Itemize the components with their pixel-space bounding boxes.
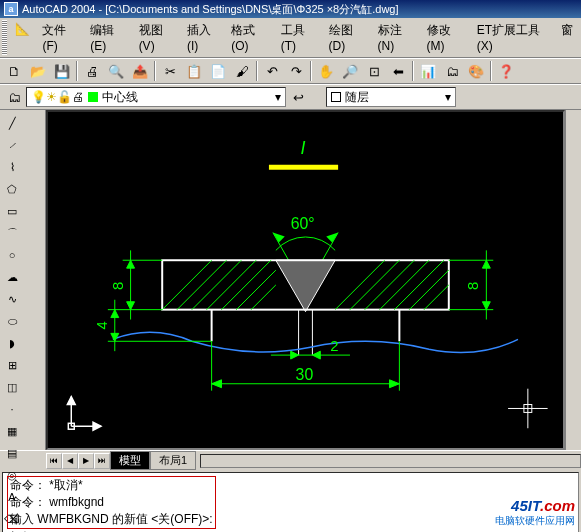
rect-icon[interactable]: ▭ [2, 201, 22, 221]
drawing-area[interactable]: I 60° [46, 110, 565, 450]
separator [310, 61, 312, 81]
arc-icon[interactable]: ⌒ [2, 223, 22, 243]
zoom-win-icon[interactable]: ⊡ [363, 60, 385, 82]
vertical-scrollbar[interactable] [565, 110, 581, 450]
window-title: AutoCAD 2004 - [C:\Documents and Setting… [22, 2, 399, 17]
chevron-down-icon[interactable]: ▾ [275, 90, 281, 104]
main-area: ╱⟋ ⌇⬠ ▭⌒ ○☁ ∿⬭ ◗⊞ ◫· ▦▤ ◎A ⌫⧉ ⇋⇉ ⊞✥ ↻⤢ ⤡… [0, 110, 581, 450]
help-icon[interactable]: ❓ [495, 60, 517, 82]
title-bar: a AutoCAD 2004 - [C:\Documents and Setti… [0, 0, 581, 18]
svg-marker-52 [67, 397, 75, 405]
svg-marker-4 [326, 233, 338, 243]
svg-marker-39 [482, 260, 490, 268]
dcenter-icon[interactable]: 🗂 [441, 60, 463, 82]
color-dropdown[interactable]: 随层 ▾ [326, 87, 456, 107]
new-icon[interactable]: 🗋 [3, 60, 25, 82]
print-icon[interactable]: 🖨 [81, 60, 103, 82]
current-layer-name: 中心线 [102, 89, 138, 106]
ellipse-icon[interactable]: ⬭ [2, 311, 22, 331]
menu-bar: 📐 文件(F) 编辑(E) 视图(V) 插入(I) 格式(O) 工具(T) 绘图… [0, 18, 581, 58]
plot-icon: 🖨 [72, 90, 84, 104]
layer-prev-icon[interactable]: ↩ [287, 86, 309, 108]
command-line[interactable]: 命令： *取消* 命令： wmfbkgnd 输入 WMFBKGND 的新值 <关… [2, 472, 579, 532]
tab-prev-icon[interactable]: ◀ [62, 453, 78, 469]
tab-model[interactable]: 模型 [110, 451, 150, 470]
menu-grip[interactable] [2, 20, 7, 55]
layer-dropdown[interactable]: 💡 ☀ 🔓 🖨 中心线 ▾ [26, 87, 286, 107]
zoom-prev-icon[interactable]: ⬅ [387, 60, 409, 82]
svg-marker-48 [390, 380, 400, 388]
app-icon: a [4, 2, 18, 16]
redo-icon[interactable]: ↷ [285, 60, 307, 82]
polygon-icon[interactable]: ⬠ [2, 179, 22, 199]
menu-tools[interactable]: 工具(T) [275, 20, 323, 55]
layer-mgr-icon[interactable]: 🗂 [3, 86, 25, 108]
point-icon[interactable]: · [2, 399, 22, 419]
line-icon[interactable]: ╱ [2, 113, 22, 133]
zoom-rt-icon[interactable]: 🔎 [339, 60, 361, 82]
copy-icon[interactable]: 📋 [183, 60, 205, 82]
xline-icon[interactable]: ⟋ [2, 135, 22, 155]
tab-next-icon[interactable]: ▶ [78, 453, 94, 469]
gradient-icon[interactable]: ▤ [2, 443, 22, 463]
dim-8-right: 8 [465, 282, 481, 290]
dim-angle: 60° [291, 215, 315, 232]
menu-modify[interactable]: 修改(M) [421, 20, 471, 55]
menu-window[interactable]: 窗 [555, 20, 579, 55]
menu-dim[interactable]: 标注(N) [372, 20, 421, 55]
properties-icon[interactable]: 📊 [417, 60, 439, 82]
horizontal-scrollbar[interactable] [200, 454, 581, 468]
menu-format[interactable]: 格式(O) [225, 20, 275, 55]
layout-tabs-row: ⏮ ◀ ▶ ⏭ 模型 布局1 [0, 450, 581, 470]
tab-layout1[interactable]: 布局1 [150, 451, 196, 470]
layer-toolbar: 🗂 💡 ☀ 🔓 🖨 中心线 ▾ ↩ 随层 ▾ [0, 84, 581, 110]
svg-marker-43 [312, 351, 320, 359]
menu-draw[interactable]: 绘图(D) [323, 20, 372, 55]
color-swatch [331, 92, 341, 102]
separator [412, 61, 414, 81]
tab-layout1-label: 布局1 [159, 454, 187, 466]
svg-marker-47 [212, 380, 222, 388]
svg-marker-50 [93, 422, 101, 430]
lock-icon: 🔓 [57, 90, 72, 104]
menu-insert[interactable]: 插入(I) [181, 20, 225, 55]
tab-model-label: 模型 [119, 454, 141, 466]
separator [490, 61, 492, 81]
paste-icon[interactable]: 📄 [207, 60, 229, 82]
separator [154, 61, 156, 81]
svg-marker-5 [276, 260, 335, 311]
preview-icon[interactable]: 🔍 [105, 60, 127, 82]
menu-edit[interactable]: 编辑(E) [84, 20, 132, 55]
tab-first-icon[interactable]: ⏮ [46, 453, 62, 469]
revcloud-icon[interactable]: ☁ [2, 267, 22, 287]
open-icon[interactable]: 📂 [27, 60, 49, 82]
spline-icon[interactable]: ∿ [2, 289, 22, 309]
section-label: I [301, 138, 306, 158]
menu-view[interactable]: 视图(V) [133, 20, 181, 55]
svg-marker-42 [291, 351, 299, 359]
match-icon[interactable]: 🖌 [231, 60, 253, 82]
save-icon[interactable]: 💾 [51, 60, 73, 82]
chevron-down-icon[interactable]: ▾ [445, 90, 451, 104]
tab-last-icon[interactable]: ⏭ [94, 453, 110, 469]
cmd-line-1: 命令： *取消* [10, 477, 213, 494]
svg-marker-32 [127, 302, 135, 310]
insert-icon[interactable]: ⊞ [2, 355, 22, 375]
lightbulb-icon: 💡 [31, 90, 46, 104]
publish-icon[interactable]: 📤 [129, 60, 151, 82]
toolpal-icon[interactable]: 🎨 [465, 60, 487, 82]
menu-ettools[interactable]: ET扩展工具(X) [471, 20, 555, 55]
circle-icon[interactable]: ○ [2, 245, 22, 265]
separator [256, 61, 258, 81]
menu-file[interactable]: 文件(F) [36, 20, 84, 55]
pan-icon[interactable]: ✋ [315, 60, 337, 82]
block-icon[interactable]: ◫ [2, 377, 22, 397]
cut-icon[interactable]: ✂ [159, 60, 181, 82]
undo-icon[interactable]: ↶ [261, 60, 283, 82]
app-menu-icon[interactable]: 📐 [9, 20, 36, 55]
pline-icon[interactable]: ⌇ [2, 157, 22, 177]
ellipsearc-icon[interactable]: ◗ [2, 333, 22, 353]
dim-4: 4 [94, 321, 110, 329]
bylayer-label: 随层 [345, 89, 369, 106]
hatch-icon[interactable]: ▦ [2, 421, 22, 441]
